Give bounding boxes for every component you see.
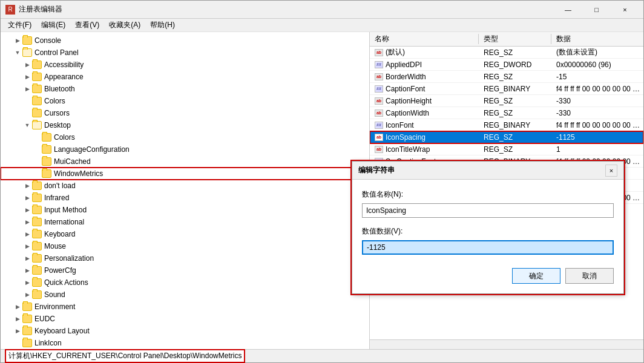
- folder-icon-kb: [32, 230, 42, 238]
- menu-help[interactable]: 帮助(H): [145, 19, 180, 31]
- expand-icon-dl: ▶: [22, 181, 32, 191]
- tree-label-input-method: Input Method: [44, 206, 87, 214]
- header-name: 名称: [370, 34, 479, 44]
- tree-item-lang-config[interactable]: LanguageConfiguration: [1, 143, 369, 155]
- cell-type-1: REG_DWORD: [479, 60, 551, 69]
- dialog-body: 数值名称(N): 数值数据(V): 确定 取消: [352, 180, 623, 293]
- folder-icon-wm: [42, 169, 51, 178]
- tree-label-keyboard-layout: Keyboard Layout: [34, 327, 90, 335]
- menu-view[interactable]: 查看(V): [70, 19, 104, 31]
- cell-data-5: -330: [551, 109, 643, 117]
- tree-item-console[interactable]: ▶ Console: [1, 34, 369, 47]
- cell-name-0: ab (默认): [370, 47, 479, 57]
- cell-type-7: REG_SZ: [479, 133, 551, 142]
- dialog-buttons: 确定 取消: [362, 268, 614, 284]
- menu-bar: 文件(F) 编辑(E) 查看(V) 收藏夹(A) 帮助(H): [1, 19, 643, 32]
- tree-item-keyboard[interactable]: ▶ Keyboard: [1, 228, 369, 240]
- cell-name-8: ab IconTitleWrap: [370, 145, 479, 154]
- tree-label-cursors: Cursors: [44, 109, 70, 117]
- menu-edit[interactable]: 编辑(E): [36, 19, 70, 31]
- registry-tree[interactable]: ▶ Console ▼ Control Panel ▶ Accessibilit…: [1, 32, 369, 349]
- tree-item-appearance[interactable]: ▶ Appearance: [1, 71, 369, 83]
- expand-icon-en: ▶: [13, 302, 22, 312]
- tree-label-linkicon: LinkIcon: [34, 339, 62, 347]
- table-row[interactable]: ab BorderWidth REG_SZ -15: [370, 71, 643, 83]
- table-row-iconspacing[interactable]: ab IconSpacing REG_SZ -1125: [370, 131, 643, 143]
- reg-icon-8: ab: [375, 146, 383, 153]
- tree-item-accessibility[interactable]: ▶ Accessibility: [1, 59, 369, 71]
- minimize-button[interactable]: —: [554, 3, 582, 16]
- tree-item-window-metrics[interactable]: WindowMetrics: [1, 168, 369, 180]
- menu-favorites[interactable]: 收藏夹(A): [104, 19, 145, 31]
- table-row[interactable]: ## CaptionFont REG_BINARY f4 ff ff ff 00…: [370, 83, 643, 95]
- tree-label-accessibility: Accessibility: [44, 60, 84, 69]
- cell-type-2: REG_SZ: [479, 73, 551, 81]
- cell-name-5: ab CaptionWidth: [370, 109, 479, 117]
- expand-icon-dt: ▼: [22, 120, 32, 130]
- table-row[interactable]: ## AppliedDPI REG_DWORD 0x00000060 (96): [370, 59, 643, 71]
- table-row[interactable]: ab CaptionHeight REG_SZ -330: [370, 95, 643, 107]
- tree-item-environment[interactable]: ▶ Environment: [1, 301, 369, 313]
- table-row[interactable]: ab (默认) REG_SZ (数值未设置): [370, 47, 643, 59]
- tree-item-powercfg[interactable]: ▶ PowerCfg: [1, 264, 369, 276]
- expand-icon-in: ▶: [22, 217, 32, 227]
- cell-data-7: -1125: [551, 133, 643, 142]
- tree-item-desktop-colors[interactable]: Colors: [1, 131, 369, 143]
- folder-icon-in: [32, 218, 42, 226]
- expand-icon-li: [13, 338, 22, 348]
- folder-icon-li: [22, 339, 32, 347]
- folder-icon-eu: [22, 315, 32, 323]
- tree-item-dont-load[interactable]: ▶ don't load: [1, 180, 369, 192]
- tree-item-colors[interactable]: Colors: [1, 95, 369, 107]
- tree-item-linkicon[interactable]: LinkIcon: [1, 337, 369, 349]
- tree-item-control-panel[interactable]: ▼ Control Panel: [1, 47, 369, 59]
- tree-item-input-method[interactable]: ▶ Input Method: [1, 204, 369, 216]
- dialog-name-input[interactable]: [362, 203, 614, 218]
- tree-label-colors: Colors: [44, 97, 65, 105]
- tree-item-sound[interactable]: ▶ Sound: [1, 289, 369, 301]
- window-controls: — □ ×: [554, 3, 639, 16]
- tree-item-infrared[interactable]: ▶ Infrared: [1, 192, 369, 204]
- tree-item-international[interactable]: ▶ International: [1, 216, 369, 228]
- tree-item-mouse[interactable]: ▶ Mouse: [1, 240, 369, 252]
- left-panel: ▶ Console ▼ Control Panel ▶ Accessibilit…: [1, 32, 370, 349]
- dialog-cancel-button[interactable]: 取消: [565, 268, 614, 284]
- tree-item-cursors[interactable]: Cursors: [1, 107, 369, 119]
- expand-icon-mc: [32, 157, 42, 166]
- tree-label-powercfg: PowerCfg: [44, 266, 76, 275]
- window-title: 注册表编辑器: [19, 4, 62, 15]
- tree-item-muicached[interactable]: MuiCached: [1, 155, 369, 168]
- tree-item-personalization[interactable]: ▶ Personalization: [1, 252, 369, 264]
- expand-icon: ▶: [13, 36, 22, 45]
- tree-item-bluetooth[interactable]: ▶ Bluetooth: [1, 83, 369, 95]
- close-button[interactable]: ×: [611, 3, 639, 16]
- dialog-value-input[interactable]: [362, 240, 614, 255]
- cell-name-3: ## CaptionFont: [370, 85, 479, 93]
- table-row[interactable]: ab CaptionWidth REG_SZ -330: [370, 107, 643, 119]
- header-data: 数据: [551, 34, 643, 44]
- table-row[interactable]: ab IconTitleWrap REG_SZ 1: [370, 143, 643, 155]
- tree-item-eudc[interactable]: ▶ EUDC: [1, 313, 369, 325]
- tree-item-quick-actions[interactable]: ▶ Quick Actions: [1, 276, 369, 289]
- dialog-ok-button[interactable]: 确定: [512, 268, 560, 284]
- folder-icon-ap: [32, 73, 42, 81]
- expand-icon-ac: ▶: [22, 60, 32, 70]
- edit-string-dialog: 编辑字符串 × 数值名称(N): 数值数据(V): 确定 取消: [352, 161, 624, 294]
- table-row[interactable]: ## IconFont REG_BINARY f4 ff ff ff 00 00…: [370, 119, 643, 131]
- reg-icon-5: ab: [375, 110, 383, 117]
- tree-item-keyboard-layout[interactable]: ▶ Keyboard Layout: [1, 325, 369, 337]
- horizontal-scrollbar[interactable]: [370, 339, 643, 349]
- folder-icon-cp: [22, 48, 32, 57]
- reg-icon-0: ab: [375, 49, 383, 56]
- tree-label-quick-actions: Quick Actions: [44, 278, 88, 287]
- expand-icon-wm: [32, 169, 42, 178]
- maximize-button[interactable]: □: [583, 3, 610, 16]
- cell-name-4: ab CaptionHeight: [370, 97, 479, 105]
- cell-data-1: 0x00000060 (96): [551, 60, 643, 69]
- tree-label-window-metrics: WindowMetrics: [54, 169, 103, 178]
- reg-icon-3: ##: [375, 85, 383, 93]
- cell-data-6: f4 ff ff ff 00 00 00 00 00 00 00 0: [551, 121, 643, 129]
- tree-item-desktop[interactable]: ▼ Desktop: [1, 119, 369, 131]
- dialog-close-button[interactable]: ×: [605, 165, 617, 177]
- menu-file[interactable]: 文件(F): [3, 19, 36, 31]
